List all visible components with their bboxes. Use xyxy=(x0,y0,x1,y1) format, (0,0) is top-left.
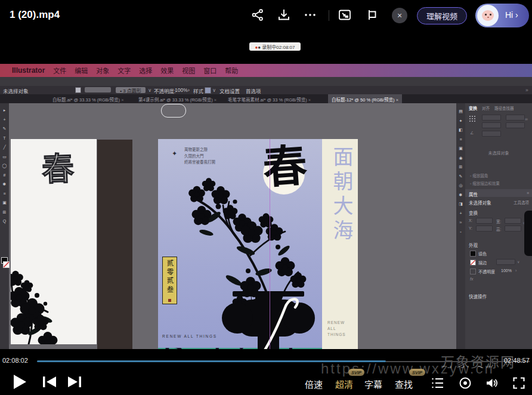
y-field xyxy=(482,122,501,128)
app-menu: Illustrator xyxy=(12,66,45,75)
chevron-icon: › xyxy=(515,269,516,273)
menu-edit: 编辑 xyxy=(75,66,88,75)
tab-close-icon: × xyxy=(121,97,123,103)
more-options-icon[interactable] xyxy=(303,8,318,23)
tab-close-icon: × xyxy=(308,97,311,103)
menu-effect: 效果 xyxy=(160,66,174,75)
download-icon[interactable] xyxy=(277,8,292,23)
opacity-row-value: 100% xyxy=(501,269,512,273)
opacity-label: 不透明度: xyxy=(154,87,175,94)
watermark-url: https://www.wxzyw.cn xyxy=(321,360,494,377)
mini-window-icon[interactable] xyxy=(365,8,381,23)
drawn-shape-outline xyxy=(161,104,186,118)
find-button[interactable]: 查找 xyxy=(395,378,413,390)
tab-close-icon: × xyxy=(396,97,398,103)
doc-tab: 第4课示例.ai* @ 33.33 % (RGB/预览) × xyxy=(138,96,216,103)
stroke-swatch xyxy=(470,260,476,266)
opacity-row-label: 不透明度 xyxy=(478,269,495,274)
link-dimensions-icon: ∞ xyxy=(525,117,528,121)
style-swatch xyxy=(205,87,211,94)
previous-button[interactable] xyxy=(42,375,57,388)
scale-corners-option: ▫ 缩放圆角 xyxy=(470,172,488,178)
ai-canvas: ▸ + ✎ T ╱ ▭ ◯ # ✱ ≡ ▣ ⊞ Q 春 xyxy=(0,103,532,380)
width-field xyxy=(506,115,525,121)
guide-line xyxy=(270,139,270,372)
y-field2 xyxy=(476,226,493,232)
fill-swatch xyxy=(75,87,81,93)
tab-close-icon: × xyxy=(214,97,216,103)
video-viewport[interactable]: Illustrator 文件 编辑 对象 文字 选择 效果 视图 窗口 帮助 6… xyxy=(0,31,532,351)
document-tab-bar: 白标题.ai* @ 33.33 % (RGB/预览) × 第4课示例.ai* @… xyxy=(0,94,532,103)
current-time: 02:08:02 xyxy=(2,357,28,364)
recording-text: ● 录制中02:08:07 xyxy=(258,45,295,50)
panel-empty-message: 未选择对象 xyxy=(465,150,532,156)
h-field2 xyxy=(505,226,521,232)
subtitles-button[interactable]: 字幕 xyxy=(364,378,382,390)
share-icon[interactable] xyxy=(250,8,266,23)
reference-point-grid xyxy=(469,115,476,122)
stroke-color-indicator xyxy=(3,261,10,268)
w-label: 宽: xyxy=(496,218,501,224)
panel-tabs: 变换 对齐 路径查找器 xyxy=(469,105,514,111)
quick-actions-label: 快速操作 xyxy=(469,293,487,300)
selection-status: 未选择对象 xyxy=(3,87,29,94)
fullscreen-icon[interactable] xyxy=(512,376,526,390)
preferences-button: 首选项 xyxy=(246,87,261,94)
svip-badge: SVIP xyxy=(348,369,364,376)
speed-button[interactable]: 倍速 xyxy=(305,378,323,390)
transform-section-label: 变换 xyxy=(469,209,478,216)
height-field xyxy=(506,122,525,128)
volume-icon[interactable] xyxy=(484,376,499,390)
stroke-weight-field xyxy=(85,87,111,92)
menu-view: 视图 xyxy=(182,66,195,75)
total-time: 02:48:57 xyxy=(504,357,530,364)
menu-window: 窗口 xyxy=(203,66,216,75)
y-label: Y: xyxy=(469,226,472,230)
menu-type: 文字 xyxy=(117,66,131,75)
sparkle-icon: ✦ xyxy=(172,150,177,158)
opacity-value: 100% xyxy=(175,87,188,93)
collapsed-panel-handle xyxy=(524,211,532,256)
chevron-down-icon: ∨ xyxy=(212,87,216,93)
angle-field xyxy=(482,131,501,137)
settings-icon[interactable] xyxy=(458,376,472,390)
tool-icons: ▸ + ✎ T ╱ ▭ ◯ # ✱ ≡ ▣ ⊞ Q xyxy=(0,103,9,226)
panel-icons: ▤ ✦ ◧ ≡ ▣ ◉ ⊞ ✎ ◎ ✱ ◨ + ≈ ▫ xyxy=(456,103,465,236)
stroke-weight-field xyxy=(496,259,515,265)
x-field2 xyxy=(476,218,493,224)
understand-video-button[interactable]: 理解视频 xyxy=(417,7,467,24)
video-title: 1 (20).mp4 xyxy=(10,9,60,21)
h-label: 高: xyxy=(496,226,501,232)
next-button[interactable] xyxy=(67,375,82,388)
play-button[interactable] xyxy=(9,372,29,392)
divider xyxy=(329,10,329,21)
player-bottom-bar: 万象资源网 https://www.wxzyw.cn 02:08:02 02:4… xyxy=(0,349,532,395)
brush-dropdown: • 3 点圆形 xyxy=(116,87,146,93)
artboard-dark xyxy=(97,140,132,372)
assistant-pill[interactable]: Hi › xyxy=(475,4,529,27)
w-field2 xyxy=(505,218,521,224)
hi-label: Hi › xyxy=(505,10,518,20)
angle-icon: ∠ xyxy=(470,131,474,135)
tab-pathfinder: 路径查找器 xyxy=(494,105,514,111)
fill-label: 填色 xyxy=(478,251,487,257)
playlist-icon[interactable] xyxy=(431,376,445,390)
properties-header: 属性 ≡ xyxy=(465,189,532,197)
x-label: X: xyxy=(469,218,472,223)
picture-in-picture-icon[interactable] xyxy=(338,8,353,23)
panel-menu-icon: ≡ xyxy=(527,191,529,195)
progress-fill xyxy=(37,360,386,362)
properties-tab: 属性 xyxy=(469,191,478,198)
ai-control-bar: 未选择对象 • 3 点圆形 ∨ 不透明度: 100% › 样式 ∨ 文档设置 首… xyxy=(0,86,532,94)
appearance-section-label: 外观 xyxy=(469,242,478,248)
tab-align: 对齐 xyxy=(482,105,490,111)
menu-help: 帮助 xyxy=(225,66,238,75)
ai-toolbar: ▸ + ✎ T ╱ ▭ ◯ # ✱ ≡ ▣ ⊞ Q xyxy=(0,103,9,380)
progress-bar[interactable] xyxy=(37,360,530,362)
scale-strokes-option: ▫ 缩放描边和效果 xyxy=(470,180,500,186)
renew-stack-text: RENEW ALL THINGS xyxy=(327,320,346,338)
style-label: 样式 xyxy=(193,87,203,94)
close-icon[interactable]: × xyxy=(392,8,407,23)
quality-button[interactable]: 超清 xyxy=(335,378,353,390)
artboard-poster: 春 ✦ 萬物更新之際久閉的大門終將會被春風打開 面朝大海 RENEW ALL T… xyxy=(158,139,358,372)
